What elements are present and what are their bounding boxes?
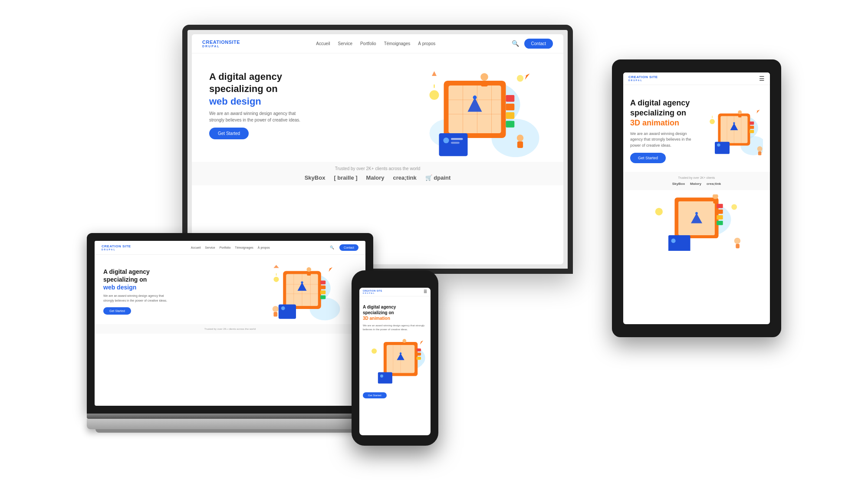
svg-rect-28 bbox=[517, 141, 523, 148]
svg-point-22 bbox=[430, 90, 439, 100]
svg-point-46 bbox=[281, 306, 285, 310]
monitor-logo: CREATIONSITE DRUPAL bbox=[202, 39, 240, 48]
svg-rect-67 bbox=[715, 141, 730, 154]
svg-rect-66 bbox=[750, 130, 754, 133]
svg-rect-64 bbox=[750, 122, 754, 125]
tablet-extra bbox=[623, 190, 770, 257]
phone-logo: CREATION SITE DRUPAL bbox=[363, 289, 389, 294]
phone-hero-image bbox=[363, 336, 427, 384]
laptop-contact-btn[interactable]: Contact bbox=[339, 244, 358, 251]
svg-rect-101 bbox=[417, 352, 421, 355]
tablet-trusted: Trusted by over 2K+ clients SkyBox Malor… bbox=[623, 172, 770, 190]
laptop-cta-btn[interactable]: Get Started bbox=[103, 307, 131, 315]
svg-point-90 bbox=[731, 204, 737, 210]
svg-point-40 bbox=[301, 281, 303, 283]
svg-point-68 bbox=[717, 143, 720, 146]
svg-rect-81 bbox=[717, 204, 723, 208]
laptop-trusted: Trusted by over 2K+ clients across the w… bbox=[95, 324, 365, 334]
svg-rect-21 bbox=[481, 81, 487, 86]
monitor-contact-btn[interactable]: Contact bbox=[524, 39, 553, 49]
svg-rect-18 bbox=[451, 138, 463, 140]
svg-point-80 bbox=[695, 212, 698, 214]
monitor-hero-image bbox=[380, 66, 546, 162]
laptop-hero-desc: We are an award winning design agency th… bbox=[103, 294, 173, 303]
svg-point-86 bbox=[671, 238, 676, 243]
svg-rect-12 bbox=[506, 95, 515, 102]
svg-rect-84 bbox=[717, 220, 723, 225]
monitor-hero-desc: We are an award winning design agency th… bbox=[209, 110, 309, 123]
tablet-bezel: CREATION SITE DRUPAL ☰ A digital agencys… bbox=[612, 59, 781, 337]
tablet-nav: CREATION SITE DRUPAL ☰ bbox=[623, 72, 770, 85]
svg-point-74 bbox=[757, 146, 763, 151]
svg-point-106 bbox=[372, 348, 377, 353]
svg-point-105 bbox=[402, 339, 406, 343]
tablet-screen: CREATION SITE DRUPAL ☰ A digital agencys… bbox=[623, 72, 770, 324]
monitor-hero-text: A digital agency specializing on web des… bbox=[209, 66, 375, 162]
tablet-menu-icon[interactable]: ☰ bbox=[759, 75, 765, 82]
phone-hero-text: A digital agencyspecializing on 3D anima… bbox=[363, 300, 427, 332]
monitor-trusted-text: Trusted by over 2K+ clients across the w… bbox=[201, 166, 555, 171]
monitor-trusted: Trusted by over 2K+ clients across the w… bbox=[192, 162, 563, 185]
monitor-nav-links: Accueil Service Portfolio Témoignages À … bbox=[245, 41, 506, 46]
laptop-nav-links: Accueil Service Portfolio Témoignages À … bbox=[136, 246, 325, 249]
tablet-hero-text: A digital agencyspecializing on 3D anima… bbox=[630, 94, 694, 172]
svg-point-47 bbox=[307, 267, 312, 272]
svg-point-49 bbox=[273, 276, 279, 282]
svg-rect-82 bbox=[717, 209, 723, 214]
svg-rect-41 bbox=[320, 280, 326, 284]
svg-rect-45 bbox=[279, 304, 296, 319]
laptop-base-bottom bbox=[95, 429, 365, 433]
svg-rect-44 bbox=[320, 295, 326, 299]
tablet-cta-btn[interactable]: Get Started bbox=[630, 153, 666, 163]
svg-rect-103 bbox=[378, 372, 392, 383]
svg-rect-14 bbox=[506, 112, 515, 118]
svg-rect-102 bbox=[417, 357, 421, 360]
svg-point-91 bbox=[734, 237, 740, 243]
svg-rect-83 bbox=[717, 215, 723, 219]
svg-marker-52 bbox=[328, 267, 332, 272]
svg-marker-73 bbox=[756, 109, 760, 113]
tablet-logo: CREATION SITE DRUPAL bbox=[628, 75, 658, 82]
svg-rect-88 bbox=[713, 199, 717, 203]
monitor-cta-btn[interactable]: Get Started bbox=[209, 128, 249, 139]
svg-point-63 bbox=[733, 122, 735, 124]
svg-point-89 bbox=[655, 208, 663, 215]
svg-rect-54 bbox=[273, 312, 277, 317]
svg-point-53 bbox=[273, 306, 279, 312]
svg-point-20 bbox=[480, 73, 488, 81]
svg-point-11 bbox=[473, 95, 477, 99]
svg-rect-15 bbox=[506, 121, 515, 127]
svg-marker-26 bbox=[523, 73, 530, 79]
monitor-hero: A digital agency specializing on web des… bbox=[192, 53, 563, 162]
svg-point-25 bbox=[517, 75, 523, 81]
svg-rect-48 bbox=[307, 272, 311, 276]
phone-menu-icon[interactable]: ☰ bbox=[424, 289, 427, 294]
svg-point-71 bbox=[710, 119, 715, 124]
tablet-hero-title: A digital agencyspecializing on 3D anima… bbox=[630, 98, 694, 128]
svg-point-17 bbox=[443, 137, 449, 143]
svg-rect-85 bbox=[668, 235, 690, 250]
svg-rect-70 bbox=[738, 114, 741, 117]
monitor-brands: SkyBox [ braille ] Malory crea;tink 🛒 dp… bbox=[201, 174, 555, 181]
phone-hero-desc: We are an award winning design agency th… bbox=[363, 324, 427, 332]
tablet-device: CREATION SITE DRUPAL ☰ A digital agencys… bbox=[612, 59, 781, 337]
laptop-hero-title: A digital agencyspecializing on web desi… bbox=[103, 268, 228, 292]
svg-rect-19 bbox=[451, 141, 460, 143]
monitor-nav: CREATIONSITE DRUPAL Accueil Service Port… bbox=[192, 34, 563, 53]
laptop-bezel: CREATION SITE DRUPAL Accueil Service Por… bbox=[87, 233, 373, 414]
laptop-search-icon: 🔍 bbox=[330, 246, 334, 250]
svg-rect-75 bbox=[758, 151, 761, 155]
phone-cta-btn[interactable]: Get Started bbox=[363, 392, 387, 398]
monitor-hero-title: A digital agency specializing on web des… bbox=[209, 71, 375, 108]
monitor-screen: CREATIONSITE DRUPAL Accueil Service Port… bbox=[192, 34, 563, 264]
svg-rect-13 bbox=[506, 103, 515, 110]
scene: CREATIONSITE DRUPAL Accueil Service Port… bbox=[87, 25, 781, 459]
laptop-base bbox=[87, 419, 373, 429]
svg-marker-24 bbox=[432, 71, 437, 76]
svg-rect-92 bbox=[736, 244, 740, 248]
svg-rect-65 bbox=[750, 125, 754, 128]
laptop-device: CREATION SITE DRUPAL Accueil Service Por… bbox=[87, 233, 373, 433]
tablet-hero: A digital agencyspecializing on 3D anima… bbox=[623, 85, 770, 172]
svg-point-27 bbox=[517, 135, 523, 141]
laptop-nav: CREATION SITE DRUPAL Accueil Service Por… bbox=[95, 241, 365, 255]
